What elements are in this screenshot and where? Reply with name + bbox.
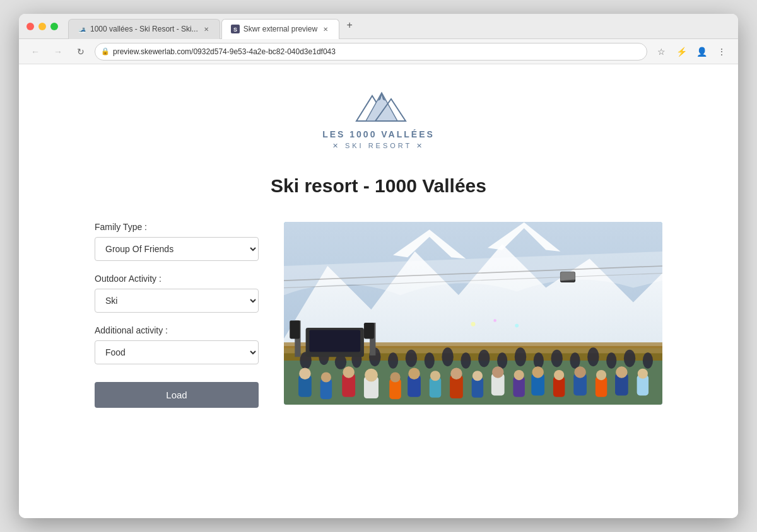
nav-bar: ← → ↻ 🔒 ☆ ⚡ 👤 ⋮ <box>19 39 738 64</box>
svg-point-47 <box>430 371 440 381</box>
maximize-button[interactable] <box>50 23 58 30</box>
tab-close-ski[interactable]: ✕ <box>202 25 211 33</box>
additional-activity-group: Additional activity : Food Spa Shopping … <box>95 325 259 364</box>
additional-activity-label: Additional activity : <box>95 325 259 335</box>
svg-point-23 <box>461 352 471 368</box>
svg-rect-69 <box>309 330 360 352</box>
svg-point-43 <box>390 372 400 382</box>
bookmark-button[interactable]: ☆ <box>652 43 670 61</box>
page-title: Ski resort - 1000 Vallées <box>32 175 725 197</box>
site-header: LES 1000 VALLÉES ✕ SKI RESORT ✕ <box>32 90 725 150</box>
svg-point-28 <box>551 350 562 367</box>
svg-point-24 <box>478 350 490 367</box>
svg-point-59 <box>554 370 564 380</box>
extensions-button[interactable]: ⚡ <box>672 43 690 61</box>
image-section <box>284 222 662 408</box>
svg-point-37 <box>321 372 331 382</box>
menu-button[interactable]: ⋮ <box>713 43 731 61</box>
svg-point-30 <box>587 347 599 366</box>
svg-point-35 <box>299 368 310 379</box>
svg-marker-3 <box>366 93 397 121</box>
account-button[interactable]: 👤 <box>693 43 710 61</box>
svg-point-32 <box>624 350 635 367</box>
svg-point-33 <box>643 352 653 368</box>
svg-point-63 <box>596 370 606 380</box>
form-image-wrapper: Family Type : Group Of Friends Family Co… <box>95 222 662 408</box>
svg-point-19 <box>388 352 398 368</box>
family-type-label: Family Type : <box>95 222 259 232</box>
svg-point-45 <box>408 368 420 379</box>
window-controls <box>26 23 58 30</box>
outdoor-activity-select[interactable]: Ski Snowboard Hiking Ice Skating <box>95 289 259 313</box>
svg-point-76 <box>515 324 519 328</box>
address-bar-wrap: 🔒 <box>95 43 647 61</box>
svg-point-21 <box>425 352 435 368</box>
reload-button[interactable]: ↻ <box>72 43 90 61</box>
svg-point-49 <box>450 368 462 379</box>
new-tab-button[interactable]: + <box>341 16 358 34</box>
back-button[interactable]: ← <box>26 43 44 61</box>
svg-point-74 <box>471 322 476 327</box>
tab-favicon-skwr: S <box>231 25 240 33</box>
family-type-group: Family Type : Group Of Friends Family Co… <box>95 222 259 261</box>
page-content: LES 1000 VALLÉES ✕ SKI RESORT ✕ Ski reso… <box>19 64 738 518</box>
svg-point-20 <box>406 350 417 367</box>
svg-point-22 <box>442 347 453 366</box>
ski-resort-image <box>284 222 662 405</box>
logo-area: LES 1000 VALLÉES ✕ SKI RESORT ✕ <box>32 90 725 150</box>
svg-point-29 <box>570 352 580 368</box>
svg-point-25 <box>497 352 507 368</box>
lock-icon: 🔒 <box>101 47 110 55</box>
outdoor-activity-label: Outdoor Activity : <box>95 274 259 284</box>
additional-activity-select[interactable]: Food Spa Shopping None <box>95 340 259 364</box>
browser-window: 🎿 1000 vallées - Ski Resort - Ski... ✕ S… <box>19 14 738 518</box>
address-input[interactable] <box>95 43 647 61</box>
tab-ski-resort[interactable]: 🎿 1000 vallées - Ski Resort - Ski... ✕ <box>68 19 220 39</box>
svg-point-26 <box>515 347 526 366</box>
svg-point-51 <box>472 371 483 381</box>
svg-point-31 <box>606 352 616 368</box>
svg-point-57 <box>532 366 543 378</box>
form-section: Family Type : Group Of Friends Family Co… <box>95 222 259 408</box>
svg-point-67 <box>638 369 648 379</box>
forward-button[interactable]: → <box>49 43 67 61</box>
logo-text-bottom: ✕ SKI RESORT ✕ <box>332 142 425 150</box>
svg-point-55 <box>514 370 524 380</box>
svg-point-65 <box>616 366 627 378</box>
tab-label-ski: 1000 vallées - Ski Resort - Ski... <box>90 25 198 33</box>
logo-text-top: LES 1000 VALLÉES <box>322 129 435 139</box>
outdoor-activity-group: Outdoor Activity : Ski Snowboard Hiking … <box>95 274 259 313</box>
tab-favicon-ski: 🎿 <box>78 25 86 33</box>
svg-point-53 <box>492 366 503 378</box>
svg-point-41 <box>365 369 378 382</box>
minimize-button[interactable] <box>38 23 46 30</box>
svg-point-61 <box>574 366 585 378</box>
svg-rect-72 <box>290 321 300 339</box>
tab-close-skwr[interactable]: ✕ <box>321 25 330 33</box>
logo-mountain-icon <box>350 90 407 127</box>
close-button[interactable] <box>26 23 34 30</box>
svg-point-27 <box>534 352 544 368</box>
svg-rect-73 <box>364 323 374 338</box>
svg-point-39 <box>343 366 354 378</box>
tab-label-skwr: Skwr external preview <box>244 25 317 33</box>
nav-right: ☆ ⚡ 👤 ⋮ <box>652 43 731 61</box>
svg-text:S: S <box>233 26 237 33</box>
title-bar: 🎿 1000 vallées - Ski Resort - Ski... ✕ S… <box>19 14 738 39</box>
family-type-select[interactable]: Group Of Friends Family Couple Solo <box>95 237 259 261</box>
svg-point-75 <box>493 319 496 322</box>
tab-skwr-preview[interactable]: S Skwr external preview ✕ <box>221 19 339 39</box>
load-button[interactable]: Load <box>95 382 259 408</box>
tabs-area: 🎿 1000 vallées - Ski Resort - Ski... ✕ S… <box>68 14 731 39</box>
